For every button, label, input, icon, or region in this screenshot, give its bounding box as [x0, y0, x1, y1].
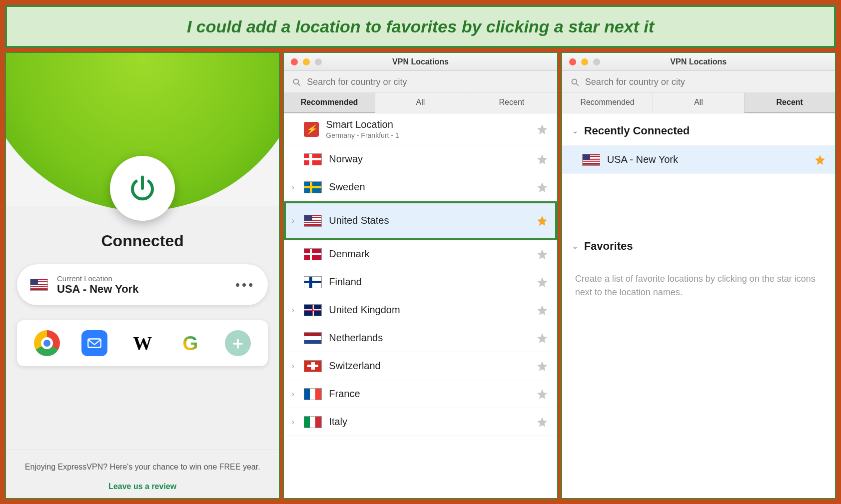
star-icon[interactable]: [536, 153, 548, 165]
tab-all[interactable]: All: [653, 93, 744, 113]
star-icon[interactable]: [814, 154, 826, 166]
titlebar: VPN Locations: [284, 53, 557, 71]
location-row[interactable]: ›Sweden: [284, 173, 557, 201]
minimize-icon[interactable]: [303, 58, 310, 65]
flag-icon: [304, 304, 322, 316]
us-flag-icon: [30, 279, 48, 291]
flag-icon: [304, 248, 322, 260]
add-shortcut-button[interactable]: ＋: [225, 330, 251, 356]
connection-hero: [6, 101, 279, 206]
search-input[interactable]: [585, 77, 827, 87]
smart-location-icon: ⚡: [304, 122, 319, 137]
recently-connected-header[interactable]: ⌄ Recently Connected: [562, 113, 835, 146]
chevron-down-icon: ⌄: [572, 127, 578, 135]
leave-review-link[interactable]: Leave us a review: [21, 482, 264, 491]
window-title: VPN Locations: [562, 57, 835, 66]
flag-icon: [304, 181, 322, 193]
annotation-banner: I could add a location to favorites by c…: [5, 5, 836, 48]
smart-location-row[interactable]: ⚡ Smart Location Germany - Frankfurt - 1: [284, 113, 557, 145]
search-icon: [570, 77, 580, 87]
location-name: USA - New York: [607, 154, 807, 165]
mail-shortcut[interactable]: [81, 330, 107, 356]
star-icon[interactable]: [536, 123, 548, 135]
recent-location-row[interactable]: USA - New York: [562, 146, 835, 174]
search-input[interactable]: [307, 77, 549, 87]
svg-point-3: [572, 79, 577, 84]
flag-icon: [304, 360, 322, 372]
tab-all[interactable]: All: [375, 93, 466, 113]
recent-list: ⌄ Recently Connected USA - New York ⌄ Fa…: [562, 113, 835, 498]
titlebar: VPN Locations: [562, 53, 835, 71]
location-name: France: [329, 388, 529, 400]
star-icon[interactable]: [536, 181, 548, 193]
star-icon[interactable]: [536, 248, 548, 260]
location-tabs: Recommended All Recent: [284, 93, 557, 113]
chevron-down-icon: ⌄: [572, 242, 578, 250]
flag-icon: [304, 153, 322, 165]
close-icon[interactable]: [569, 58, 576, 65]
recently-connected-label: Recently Connected: [584, 124, 690, 137]
wikipedia-shortcut[interactable]: W: [129, 330, 155, 356]
power-icon: [127, 173, 157, 203]
search-row: [284, 71, 557, 93]
location-row[interactable]: ›Italy: [284, 408, 557, 436]
app-shortcuts: W G ＋: [17, 320, 268, 366]
location-name: Denmark: [329, 248, 529, 260]
location-row[interactable]: Netherlands: [284, 324, 557, 352]
vpn-locations-recommended-window: VPN Locations Recommended All Recent ⚡ S…: [283, 52, 558, 499]
location-row[interactable]: Finland: [284, 268, 557, 296]
location-row[interactable]: Norway: [284, 145, 557, 173]
expressvpn-main-window: ExpressVPN Try the browser extension Ins…: [5, 52, 280, 499]
chevron-right-icon: ›: [289, 418, 297, 427]
chevron-right-icon: ›: [289, 183, 297, 192]
tab-recommended[interactable]: Recommended: [284, 93, 375, 113]
annotation-text: I could add a location to favorites by c…: [187, 17, 654, 36]
flag-icon: [304, 388, 322, 400]
zoom-icon[interactable]: [593, 58, 600, 65]
location-tabs: Recommended All Recent: [562, 93, 835, 113]
location-row[interactable]: ›Switzerland: [284, 352, 557, 380]
location-name: Netherlands: [329, 332, 529, 344]
flag-icon: [582, 154, 600, 166]
search-icon: [292, 77, 302, 87]
star-icon[interactable]: [536, 304, 548, 316]
location-name: Finland: [329, 276, 529, 288]
flag-icon: [304, 416, 322, 428]
tab-recent[interactable]: Recent: [745, 93, 835, 113]
star-icon[interactable]: [536, 388, 548, 400]
tab-recommended[interactable]: Recommended: [562, 93, 653, 113]
window-title: VPN Locations: [284, 57, 557, 66]
smart-location-label: Smart Location: [326, 119, 529, 130]
location-row[interactable]: ›United Kingdom: [284, 296, 557, 324]
flag-icon: [304, 215, 322, 227]
chevron-right-icon: ›: [289, 306, 297, 315]
current-location-label: Current Location: [57, 274, 226, 283]
location-name: Switzerland: [329, 360, 529, 372]
star-icon[interactable]: [536, 276, 548, 288]
star-icon[interactable]: [536, 416, 548, 428]
favorites-hint: Create a list of favorite locations by c…: [562, 261, 835, 310]
google-shortcut[interactable]: G: [177, 330, 203, 356]
star-icon[interactable]: [536, 215, 548, 227]
location-row[interactable]: ›United States: [284, 201, 557, 240]
zoom-icon[interactable]: [315, 58, 322, 65]
chrome-shortcut[interactable]: [34, 330, 60, 356]
smart-location-value: Germany - Frankfurt - 1: [326, 131, 529, 139]
tab-recent[interactable]: Recent: [466, 93, 557, 113]
location-row[interactable]: ›France: [284, 380, 557, 408]
close-icon[interactable]: [291, 58, 298, 65]
current-location-value: USA - New York: [57, 283, 226, 296]
svg-point-1: [294, 79, 299, 84]
star-icon[interactable]: [536, 332, 548, 344]
vpn-locations-recent-window: VPN Locations Recommended All Recent ⌄ R…: [561, 52, 836, 499]
connection-status: Connected: [6, 232, 279, 250]
more-icon[interactable]: •••: [235, 277, 255, 293]
minimize-icon[interactable]: [581, 58, 588, 65]
star-icon[interactable]: [536, 360, 548, 372]
chevron-right-icon: ›: [289, 216, 297, 225]
current-location-card[interactable]: Current Location USA - New York •••: [17, 264, 268, 305]
location-row[interactable]: Denmark: [284, 240, 557, 268]
chevron-right-icon: ›: [289, 362, 297, 371]
favorites-header[interactable]: ⌄ Favorites: [562, 229, 835, 261]
power-button[interactable]: [110, 156, 175, 221]
